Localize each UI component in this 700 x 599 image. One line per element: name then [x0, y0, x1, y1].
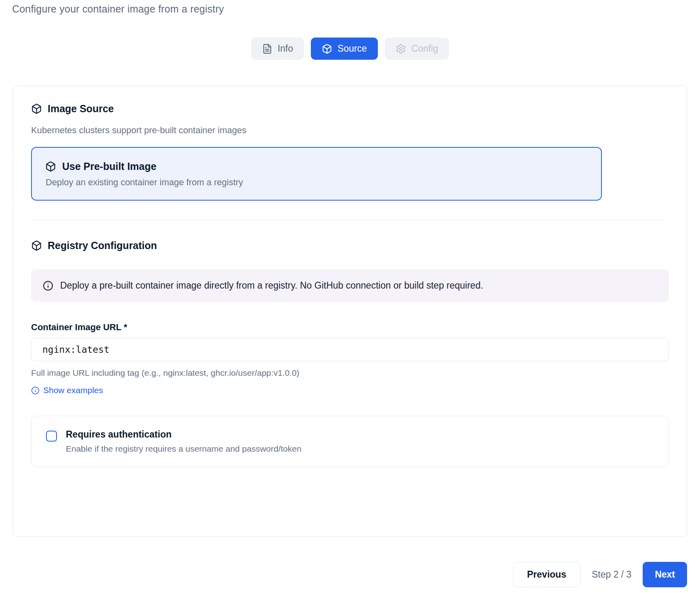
tab-config[interactable]: Config: [385, 38, 449, 60]
step-indicator: Step 2 / 3: [592, 569, 631, 580]
container-image-url-label: Container Image URL *: [31, 322, 669, 333]
info-circle-icon: [43, 281, 53, 291]
option-description: Deploy an existing container image from …: [46, 177, 588, 188]
registry-info-alert-text: Deploy a pre-built container image direc…: [60, 280, 483, 291]
registry-config-heading: Registry Configuration: [31, 240, 669, 251]
tab-source[interactable]: Source: [311, 38, 378, 60]
file-text-icon: [262, 44, 272, 54]
requires-auth-checkbox[interactable]: [46, 431, 57, 442]
option-use-prebuilt-image[interactable]: Use Pre-built Image Deploy an existing c…: [31, 147, 602, 201]
box-icon: [31, 103, 42, 114]
previous-button[interactable]: Previous: [513, 562, 581, 587]
section-divider: [31, 220, 669, 220]
requires-auth-description: Enable if the registry requires a userna…: [66, 444, 302, 454]
tab-info-label: Info: [278, 43, 293, 54]
box-icon: [31, 240, 42, 251]
info-circle-icon: [31, 386, 40, 395]
show-examples-link-label: Show examples: [43, 385, 103, 395]
show-examples-link[interactable]: Show examples: [31, 385, 103, 395]
requires-auth-card[interactable]: Requires authentication Enable if the re…: [31, 416, 669, 467]
tab-config-label: Config: [411, 43, 438, 54]
image-source-subtitle: Kubernetes clusters support pre-built co…: [31, 125, 669, 136]
source-step-card: Image Source Kubernetes clusters support…: [13, 86, 687, 537]
box-icon: [322, 44, 332, 54]
requires-auth-label: Requires authentication: [66, 429, 302, 440]
wizard-footer: Previous Step 2 / 3 Next: [13, 562, 687, 587]
registry-info-alert: Deploy a pre-built container image direc…: [31, 269, 669, 302]
image-source-heading-label: Image Source: [48, 103, 114, 115]
registry-config-heading-label: Registry Configuration: [48, 240, 157, 251]
option-title: Use Pre-built Image: [62, 161, 156, 172]
container-image-url-input[interactable]: [31, 338, 669, 361]
step-tabs: Info Source Config: [0, 38, 700, 60]
box-icon: [45, 161, 56, 172]
gear-icon: [396, 44, 406, 54]
tab-source-label: Source: [337, 43, 367, 54]
image-source-heading: Image Source: [31, 103, 669, 115]
container-image-url-helper: Full image URL including tag (e.g., ngin…: [31, 368, 669, 378]
next-button[interactable]: Next: [643, 562, 687, 587]
page-title: Configure your container image from a re…: [0, 0, 700, 15]
tab-info[interactable]: Info: [251, 38, 304, 60]
